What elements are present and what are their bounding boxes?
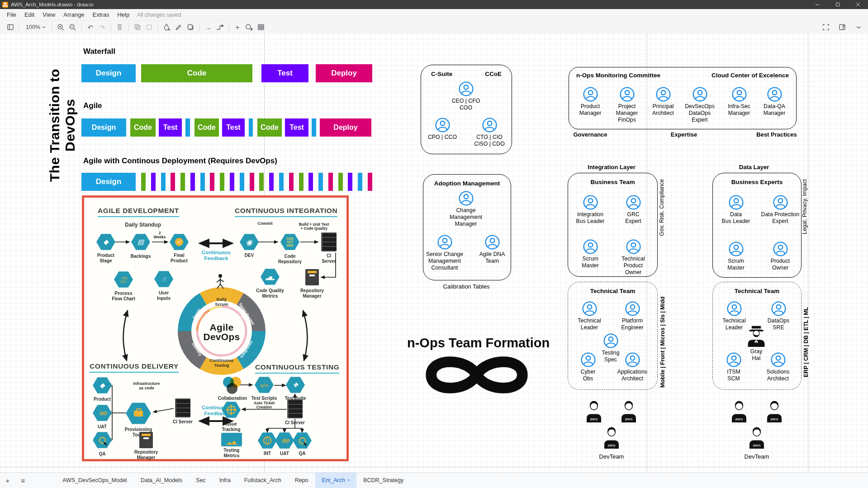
be-member[interactable]: Data Protection Expert (758, 195, 803, 225)
agile-bar[interactable]: Code (130, 118, 156, 137)
dev-figure[interactable]: (DEV) (619, 400, 639, 422)
waypoint-connector-icon[interactable] (214, 22, 226, 33)
side-title[interactable]: The Transition to DevOps (47, 46, 78, 204)
committee-member[interactable]: Project Manager FinOps (608, 87, 646, 123)
infinity-icon[interactable] (420, 351, 534, 399)
committee-member[interactable]: Infra-Sec Manager (720, 87, 758, 117)
waterfall-title[interactable]: Waterfall (83, 47, 115, 56)
dev-figure[interactable]: (DEV) (764, 400, 784, 422)
expertise-label[interactable]: Expertise (671, 131, 697, 138)
agile-devops-infographic[interactable]: AGILE DEVELOPMENT CONTINUOUS INTEGRATION… (82, 195, 349, 461)
agile-bar[interactable]: Code (257, 118, 282, 137)
team-formation-title[interactable]: n-Ops Team Formation (407, 336, 550, 351)
best-practices-label[interactable]: Best Practices (756, 131, 797, 138)
csuite-member[interactable]: CPO | CCO (419, 118, 466, 141)
tab-sec[interactable]: Sec (189, 473, 213, 488)
waterfall-bar-design[interactable]: Design (81, 64, 136, 82)
delete-icon[interactable] (114, 22, 126, 33)
agile-cd-stripes[interactable] (141, 173, 372, 191)
committee-member[interactable]: Principal Architect (644, 87, 682, 117)
committee-member[interactable]: Product Manager (571, 87, 609, 117)
adoption-member[interactable]: Agile DNA Team (469, 235, 516, 265)
dtt-member[interactable]: ITSM SCM (716, 352, 752, 382)
waterfall-bar-deploy[interactable]: Deploy (316, 64, 372, 82)
minimize-button[interactable] (807, 0, 827, 9)
add-page-button[interactable]: + (0, 473, 15, 488)
agile-bar[interactable]: Test (222, 118, 245, 137)
agile-bar[interactable] (312, 118, 316, 137)
tab-repo[interactable]: Repo (288, 473, 315, 488)
agile-bar[interactable]: Code (194, 118, 219, 137)
mobile-front-micros-label[interactable]: Mobile | Front | Micros | SIs | Midd (659, 294, 666, 391)
tt-member[interactable]: Cyber Obs (570, 352, 606, 382)
adoption-member[interactable]: Senior Change Management Consultant (421, 235, 468, 271)
devteam-label[interactable]: DevTeam (745, 453, 769, 460)
legal-privacy-impact-label[interactable]: Legal, Privacy, Impact (802, 165, 808, 248)
fill-color-icon[interactable] (161, 22, 173, 33)
format-panel-icon[interactable] (836, 22, 848, 33)
dev-figure[interactable]: (DEV) (584, 400, 604, 422)
zoom-control[interactable]: 100% (22, 24, 49, 30)
zoom-out-icon[interactable] (67, 22, 79, 33)
csuite-member[interactable]: CEO | CFO COO (442, 81, 489, 111)
menu-help[interactable]: Help (113, 9, 133, 20)
menu-arrange[interactable]: Arrange (59, 9, 88, 20)
shadow-icon[interactable] (185, 22, 196, 33)
governance-label[interactable]: Governance (573, 131, 607, 138)
edit-style-icon[interactable] (173, 22, 185, 33)
bt-member[interactable]: GRC Expert (612, 195, 654, 225)
be-member[interactable]: Product Owner (759, 242, 801, 271)
toggle-panel-icon[interactable] (5, 22, 16, 33)
diagram-canvas[interactable]: The Transition to DevOps Waterfall Desig… (0, 33, 868, 473)
tab-aws-devsecops-model[interactable]: AWS_DevSecOps_Model (56, 473, 134, 488)
tab-ent-arch[interactable]: Ent_Arch˅ (315, 473, 357, 488)
dev-figure[interactable]: (DEV) (729, 400, 749, 422)
collapse-toolbar-icon[interactable] (853, 22, 864, 33)
bt-member[interactable]: Scrum Master (569, 239, 611, 269)
agile-title[interactable]: Agile (83, 101, 102, 110)
tt-member[interactable]: Platform Engineer (612, 301, 653, 331)
tab-bcdr-strategy[interactable]: BCDR_Strategy (356, 473, 410, 488)
dev-figure[interactable]: (DEV) (602, 426, 621, 449)
csuite-member[interactable]: CTO | CIO CISO | CDO (466, 118, 513, 147)
maximize-button[interactable] (827, 0, 848, 9)
agile-bar[interactable]: Test (159, 118, 182, 137)
menu-file[interactable]: File (3, 9, 20, 20)
be-member[interactable]: Data Bus Leader (715, 195, 757, 225)
dev-figure[interactable]: (DEV) (747, 426, 767, 449)
waterfall-bar-test[interactable]: Test (261, 64, 308, 82)
dtt-member[interactable]: Solutions Architect (757, 352, 799, 382)
connection-arrow-icon[interactable]: → (202, 22, 214, 33)
bt-member[interactable]: Integration Bus Leader (569, 195, 611, 225)
insert-table-icon[interactable] (255, 22, 267, 33)
copy-icon[interactable] (132, 22, 143, 33)
be-member[interactable]: Scrum Master (715, 242, 757, 271)
tt-member[interactable]: Applications Architect (612, 352, 653, 382)
tab-fullstack-arch[interactable]: Fullstack_Arch (237, 473, 288, 488)
committee-member[interactable]: DevSecOps DataOps Expert (681, 87, 719, 123)
agile-cd-title[interactable]: Agile with Continous Deployment (Require… (83, 156, 277, 166)
menu-edit[interactable]: Edit (20, 9, 38, 20)
menu-extras[interactable]: Extras (89, 9, 114, 20)
paste-icon[interactable] (143, 22, 155, 33)
data-layer-title[interactable]: Data Layer (739, 164, 769, 171)
agile-bar[interactable] (185, 118, 190, 137)
insert-icon[interactable]: + (232, 22, 243, 33)
undo-icon[interactable]: ↶ (85, 22, 96, 33)
integration-layer-title[interactable]: Integration Layer (588, 164, 635, 171)
committee-member[interactable]: Data-QA Manager (755, 87, 793, 117)
close-button[interactable] (848, 0, 868, 9)
waterfall-bar-code[interactable]: Code (141, 64, 252, 82)
pages-menu-icon[interactable]: ≡ (15, 473, 31, 488)
calibration-tables-label[interactable]: Calibration Tables (443, 283, 489, 290)
tab-infra[interactable]: Infra (213, 473, 237, 488)
adoption-member[interactable]: Change Management Manager (442, 191, 489, 227)
agile-cd-design-bar[interactable]: Design (81, 173, 136, 191)
bt-member[interactable]: Technical Product Owner (612, 239, 654, 275)
agile-bar[interactable]: Deploy (320, 118, 371, 137)
fullscreen-icon[interactable] (820, 22, 832, 33)
devteam-label[interactable]: DevTeam (599, 453, 624, 460)
agile-bar[interactable] (249, 118, 253, 137)
zoom-in-icon[interactable] (55, 22, 67, 33)
erp-crm-db-label[interactable]: ERP | CRM | DB | ETL | ML (803, 294, 809, 391)
